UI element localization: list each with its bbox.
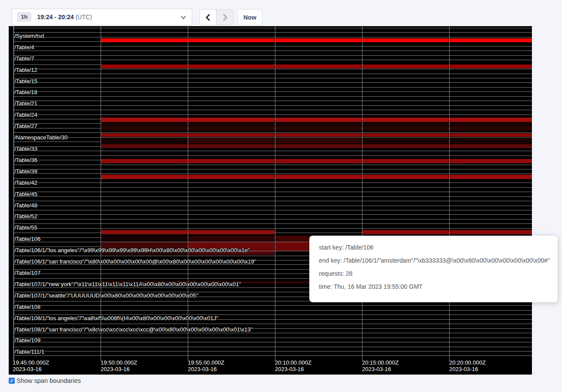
row-label: /Table/18 xyxy=(14,89,37,95)
time-axis-label: 19:45:00.000Z2023-03-16 xyxy=(13,359,95,372)
row-label: /Table/106/1/"los angeles"/"\x99\x99\x99… xyxy=(14,247,250,253)
time-range-value: 19:24 - 20:24 xyxy=(37,14,74,20)
key-visualizer-heatmap[interactable]: /System/tsd/Table/4/Table/7/Table/12/Tab… xyxy=(9,26,532,375)
row-label: /Table/27 xyxy=(14,123,37,129)
tooltip-line: requests: 28 xyxy=(319,270,558,277)
row-label: /Table/109 xyxy=(14,338,41,344)
row-label: /NamespaceTable/30 xyxy=(14,135,68,141)
tooltip-line: end key: /Table/106/1/"amsterdam"/"\xb33… xyxy=(319,257,558,264)
row-label: /Table/45 xyxy=(14,191,37,197)
row-label: /Table/111/1 xyxy=(14,349,44,355)
next-time-button[interactable] xyxy=(216,10,233,25)
show-span-boundaries-control: ✓ Show span boundaries xyxy=(9,377,81,384)
time-range-label: 19:24 - 20:24 (UTC) xyxy=(37,14,92,20)
time-axis-label: 20:20:00.000Z2023-03-16 xyxy=(449,359,532,372)
row-label: /Table/4 xyxy=(14,44,34,51)
show-span-boundaries-label: Show span boundaries xyxy=(17,377,81,384)
row-label: /Table/52 xyxy=(14,213,37,220)
row-label: /Table/39 xyxy=(14,169,37,175)
time-axis-label: 20:15:00.000Z2023-03-16 xyxy=(362,359,445,372)
show-span-boundaries-checkbox[interactable]: ✓ xyxy=(9,378,15,384)
row-label: /Table/106 xyxy=(14,236,41,242)
row-label: /Table/42 xyxy=(14,180,37,186)
row-label: /Table/48 xyxy=(14,203,37,209)
row-label: /Table/108/1/"san francisco"/"\x8c\xcc\x… xyxy=(14,327,253,333)
row-label: /Table/108/1/"los angeles"/"\xa8\xf5\u00… xyxy=(14,315,218,321)
time-preset-badge: 1h xyxy=(17,12,31,22)
row-label: /Table/107 xyxy=(14,270,41,276)
row-label: /Table/108 xyxy=(14,304,41,310)
time-nav-group xyxy=(199,9,234,25)
now-button[interactable]: Now xyxy=(237,9,262,25)
time-axis-label: 19:55:00.000Z2023-03-16 xyxy=(188,359,271,372)
chevron-right-icon xyxy=(222,14,228,21)
cell-tooltip: start key: /Table/106end key: /Table/106… xyxy=(309,236,558,302)
row-label: /Table/55 xyxy=(14,225,37,231)
time-axis-label: 20:10:00.000Z2023-03-16 xyxy=(275,359,358,372)
row-label: /Table/15 xyxy=(14,78,37,84)
row-label: /Table/24 xyxy=(14,112,37,118)
row-label: /Table/21 xyxy=(14,101,37,107)
time-range-timezone: (UTC) xyxy=(75,14,92,20)
row-label: /Table/36 xyxy=(14,157,37,163)
row-label: /Table/107/1/"seattle"/"UUUUUUD\x00\x80\… xyxy=(14,293,198,299)
row-label: /Table/33 xyxy=(14,146,37,152)
row-label: /Table/12 xyxy=(14,67,37,73)
time-axis-label: 19:50:00.000Z2023-03-16 xyxy=(101,359,183,372)
row-label: /Table/106/1/"san francisco"/"\x80\x00\x… xyxy=(14,259,256,265)
tooltip-line: time: Thu, 16 Mar 2023 19:55:00 GMT xyxy=(319,283,558,290)
chevron-down-icon xyxy=(181,15,186,20)
prev-time-button[interactable] xyxy=(200,10,216,25)
row-label: /Table/107/1/"new york"/"\x11\x11\x11\x1… xyxy=(14,281,241,287)
time-range-selector[interactable]: 1h 19:24 - 20:24 (UTC) xyxy=(12,9,192,25)
row-label: /System/tsd xyxy=(14,33,44,39)
chevron-left-icon xyxy=(205,14,211,21)
tooltip-line: start key: /Table/106 xyxy=(319,244,558,251)
row-label: /Table/7 xyxy=(14,56,34,62)
checkmark-icon: ✓ xyxy=(10,378,14,383)
